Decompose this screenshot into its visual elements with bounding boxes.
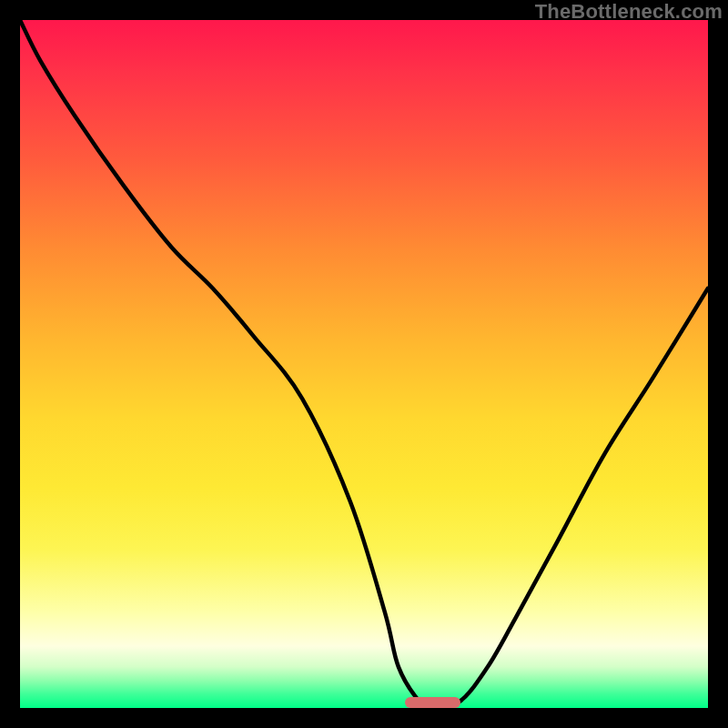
chart-frame: TheBottleneck.com bbox=[0, 0, 728, 728]
optimal-range-marker bbox=[405, 697, 460, 708]
chart-plot-area bbox=[20, 20, 708, 708]
watermark-text: TheBottleneck.com bbox=[535, 0, 723, 24]
bottleneck-curve bbox=[20, 20, 708, 708]
